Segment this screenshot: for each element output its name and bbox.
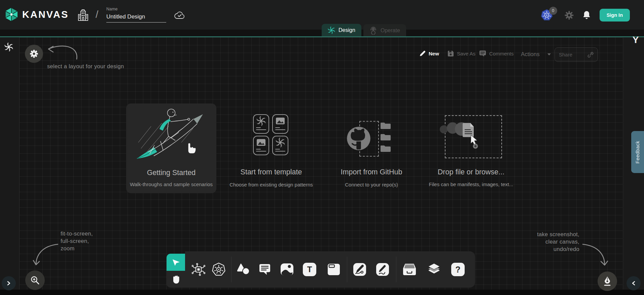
expand-right-panel-button[interactable] [627, 276, 641, 290]
save-as-label: Save As [457, 51, 475, 56]
new-label: New [429, 51, 439, 56]
share-button[interactable]: Share [554, 47, 598, 62]
app-window: KANVAS / Name [0, 0, 644, 295]
notifications-bell-icon[interactable] [582, 10, 591, 20]
design-name-field: Name [106, 7, 167, 23]
workflow-tool-button[interactable] [191, 262, 206, 277]
shapes-tool-button[interactable] [236, 262, 251, 277]
action-hint-line: clear canvas, [505, 238, 579, 245]
pencil-tool-button[interactable] [375, 262, 390, 277]
layout-flower-icon [30, 49, 38, 58]
getting-started-title: Getting Started [126, 169, 216, 177]
circuit-chip-icon [192, 263, 205, 276]
tab-operate-label: Operate [381, 28, 400, 34]
pen-nib-icon [603, 276, 612, 286]
view-hint-line: zoom [61, 245, 93, 252]
sign-in-button[interactable]: Sign In [600, 9, 630, 22]
comments-button[interactable]: Comments [479, 50, 514, 57]
pencil-new-icon [419, 50, 426, 57]
zoom-controls-button[interactable] [25, 270, 45, 290]
rocket-man-illustration [131, 106, 212, 161]
view-hint-line: fit-to-screen, [61, 230, 93, 237]
getting-started-card[interactable]: Getting Started Walk-throughs and sample… [126, 103, 216, 193]
new-design-button[interactable]: New [419, 50, 439, 57]
getting-started-subtitle: Walk-throughs and sample scenarios [126, 181, 216, 187]
template-tiles-icon [253, 114, 290, 157]
kubernetes-tool-button[interactable] [211, 262, 226, 277]
layers-tool-button[interactable] [426, 262, 442, 277]
view-hint-text: fit-to-screen, full-screen, zoom [61, 230, 93, 252]
cursor-arrow-icon [172, 258, 180, 266]
share-label: Share [559, 52, 572, 57]
comment-tool-button[interactable] [257, 262, 273, 277]
import-from-github-card[interactable]: Import from GitHub Connect to your repo(… [340, 108, 403, 192]
drawer-tool-button[interactable] [402, 262, 417, 277]
save-as-button[interactable]: Save As [448, 50, 475, 57]
pen-tool-button[interactable] [352, 262, 367, 277]
pan-tool-button[interactable] [167, 271, 185, 288]
left-rail-pinwheel-icon[interactable] [4, 43, 13, 51]
github-title: Import from GitHub [326, 168, 417, 176]
comments-label: Comments [489, 51, 514, 56]
github-octocat-icon [347, 126, 371, 151]
actions-label: Actions [521, 51, 540, 58]
pen-path-icon [353, 263, 366, 276]
hand-pointer-cursor-icon [185, 141, 196, 155]
breadcrumb-separator: / [96, 9, 98, 20]
triangle-circle-shapes-icon [237, 263, 250, 276]
tab-design[interactable]: Design [322, 24, 361, 37]
action-hint-line: take screenshot, [505, 230, 579, 238]
image-icon [280, 263, 294, 276]
toolbar-divider [231, 257, 231, 282]
kanvas-hexagon-icon [5, 7, 18, 22]
actions-caret-icon [547, 53, 551, 55]
toolbar-divider [396, 257, 396, 282]
text-tool-button[interactable]: T [302, 262, 317, 277]
sticky-note-tool-button[interactable] [326, 262, 342, 277]
comments-icon [479, 50, 486, 57]
drop-title: Drop file or browse... [425, 168, 517, 176]
operate-headset-icon [369, 27, 377, 35]
action-hint-line: undo/redo [505, 245, 579, 253]
view-hint-arrow [32, 241, 63, 270]
magnifier-plus-icon [30, 276, 40, 285]
design-pinwheel-icon [328, 27, 335, 34]
name-field-label: Name [106, 7, 167, 11]
help-tool-button[interactable]: ? [450, 262, 466, 277]
organization-icon[interactable] [77, 9, 89, 22]
canvas-actions-button[interactable] [598, 271, 617, 291]
repo-folders-icon [380, 122, 392, 155]
actions-dropdown[interactable]: Actions [521, 51, 551, 58]
share-link-icon [587, 52, 594, 58]
feedback-label: Feedback [635, 141, 640, 164]
start-from-template-card[interactable]: Start from template Choose from existing… [236, 108, 307, 192]
bottom-strip [0, 290, 644, 295]
question-mark-icon: ? [451, 263, 465, 276]
image-tool-button[interactable] [279, 262, 295, 277]
view-hint-line: full-screen, [61, 237, 93, 245]
settings-gear-icon[interactable] [565, 11, 574, 20]
kanvas-logo[interactable]: KANVAS [5, 7, 69, 22]
speech-bubble-icon [258, 263, 271, 276]
credits-count-badge: 0 [549, 7, 557, 15]
template-subtitle: Choose from existing design patterns [221, 182, 322, 187]
window-card-icon [327, 263, 340, 276]
select-tool-button[interactable] [167, 254, 185, 271]
action-hint-arrow [581, 241, 609, 270]
kubernetes-credits-button[interactable]: 0 [540, 9, 556, 22]
archive-tray-icon [402, 263, 417, 276]
expand-left-panel-button[interactable] [2, 276, 16, 290]
kubernetes-wheel-icon [212, 262, 226, 277]
drop-file-card[interactable]: Drop file or browse... Files can be mani… [437, 108, 505, 192]
github-subtitle: Connect to your repo(s) [326, 182, 417, 187]
tab-design-label: Design [338, 27, 355, 33]
design-name-input[interactable] [106, 13, 166, 23]
tab-operate[interactable]: Operate [363, 24, 406, 37]
floppy-save-icon [448, 50, 454, 57]
feedback-tab[interactable]: Feedback [631, 131, 644, 173]
hand-icon [172, 274, 180, 284]
canvas-toolbar: T [185, 251, 475, 288]
letter-t-icon: T [303, 263, 316, 276]
left-rail [0, 37, 20, 290]
right-rail-y-icon[interactable]: Y [630, 34, 641, 46]
